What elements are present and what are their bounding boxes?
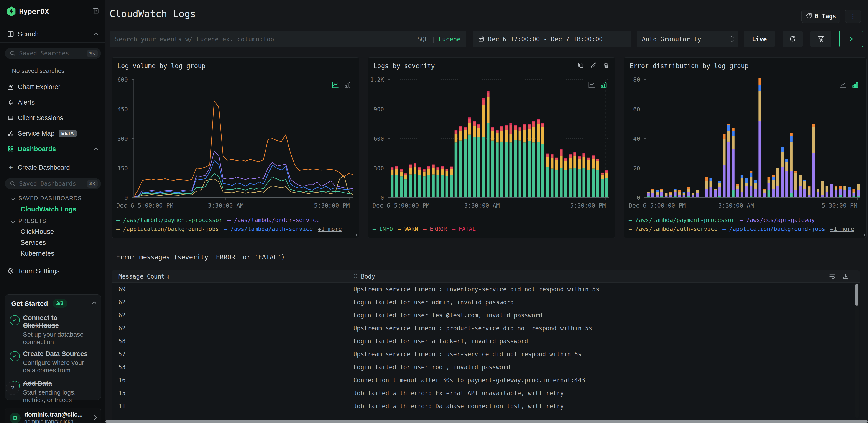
panel-menu-button[interactable]: ⋮ [845, 9, 861, 23]
delete-icon[interactable] [603, 62, 610, 68]
table-row[interactable]: 69Upstream service timeout: inventory-se… [112, 283, 854, 295]
sidebar-item-search[interactable]: Search [0, 29, 104, 39]
step-desc: Set up your database connection [23, 331, 91, 346]
tags-button[interactable]: 0 Tags [801, 9, 840, 23]
chart-mode-toggle[interactable] [588, 81, 607, 88]
y-axis-tick-label: 0 [124, 194, 128, 201]
legend-item[interactable]: —/application/background-jobs [116, 226, 219, 232]
presets-header[interactable]: PRESETS [11, 218, 46, 224]
legend-item[interactable]: —WARN [398, 226, 418, 232]
line-chart[interactable] [134, 80, 353, 198]
bar-mode-icon[interactable] [851, 81, 859, 88]
refresh-button[interactable] [783, 31, 803, 48]
column-body[interactable]: ⠿ Body [353, 273, 375, 280]
get-started-card: Get Started 3/3 ✓ Connect to ClickHouse … [5, 294, 101, 400]
run-query-button[interactable] [839, 31, 863, 48]
sidebar-item-dashboards[interactable]: Dashboards [0, 144, 104, 154]
resize-handle-icon[interactable] [862, 234, 865, 236]
saved-dashboard-cloudwatch-logs[interactable]: CloudWatch Logs [21, 205, 76, 213]
legend-more-link[interactable]: +1 more [318, 226, 342, 232]
date-range-picker[interactable]: Dec 6 17:00:00 - Dec 7 18:00:00 [473, 31, 631, 48]
legend-item[interactable]: —INFO [373, 226, 393, 232]
table-rows: 69Upstream service timeout: inventory-se… [112, 283, 854, 420]
table-scrollbar[interactable] [855, 284, 859, 418]
create-dashboard-button[interactable]: + Create Dashboard [0, 162, 104, 173]
get-started-step-add-data[interactable]: ✓ Add Data Start sending logs, metrics, … [10, 379, 97, 404]
legend-item[interactable]: —/aws/lambda/payment-processor [116, 217, 222, 223]
get-started-title: Get Started [11, 300, 48, 307]
filter-icon [817, 35, 825, 43]
get-started-step-connect[interactable]: ✓ Connect to ClickHouse Set up your data… [10, 314, 97, 346]
live-button[interactable]: Live [744, 31, 775, 48]
sidebar-item-alerts[interactable]: Alerts [0, 97, 104, 108]
user-profile-card[interactable]: D dominic.tran@clic... dominic.tran@clic… [5, 407, 101, 423]
scrollbar-thumb[interactable] [855, 284, 859, 306]
saved-searches-input[interactable]: Saved Searches ⌘K [5, 48, 101, 59]
chart-mode-toggle[interactable] [839, 81, 859, 88]
help-button[interactable]: ? [6, 382, 19, 395]
granularity-select[interactable]: Auto Granularity [637, 31, 738, 48]
stacked-bar-chart[interactable] [646, 80, 861, 198]
chart-mode-toggle[interactable] [332, 81, 351, 88]
chevron-up-icon[interactable] [95, 30, 98, 38]
y-axis-tick-label: 450 [118, 106, 128, 112]
sidebar-item-chart-explorer[interactable]: Chart Explorer [0, 82, 104, 92]
search-section-icon [7, 30, 14, 38]
table-row[interactable]: 58Login failed for user attacker1, inval… [112, 335, 854, 347]
table-row[interactable]: 62Upstream service timeout: product-serv… [112, 321, 854, 335]
search-icon [9, 180, 16, 187]
preset-services[interactable]: Services [21, 239, 46, 246]
bar-mode-icon[interactable] [599, 81, 607, 88]
preset-kubernetes[interactable]: Kubernetes [21, 250, 54, 257]
table-row[interactable]: 62Login failed for user test@test.com, i… [112, 309, 854, 321]
event-search-input[interactable]: Search your events w/ Lucene ex. column:… [110, 31, 466, 48]
wrap-text-icon[interactable] [829, 273, 835, 280]
legend-more-link[interactable]: +1 more [830, 226, 854, 232]
saved-dashboards-input[interactable]: Saved Dashboards ⌘K [5, 178, 101, 189]
line-mode-icon[interactable] [332, 81, 339, 88]
get-started-progress-badge: 3/3 [53, 299, 67, 308]
sidebar-item-service-map[interactable]: Service Map BETA [0, 128, 104, 139]
chevron-up-icon[interactable] [93, 302, 96, 306]
legend-item[interactable]: —/aws/ecs/api-gateway [740, 217, 815, 223]
horizontal-scrollbar-thumb[interactable] [105, 420, 868, 423]
stacked-bar-chart[interactable] [390, 80, 609, 198]
column-message-count[interactable]: Message Count ↓ [112, 273, 170, 280]
legend-item[interactable]: —FATAL [452, 226, 476, 232]
bar-mode-icon[interactable] [343, 81, 351, 88]
edit-icon[interactable] [590, 62, 597, 68]
download-icon[interactable] [842, 273, 849, 280]
date-range-value: Dec 6 17:00:00 - Dec 7 18:00:00 [488, 35, 603, 43]
filter-button[interactable] [810, 31, 831, 48]
resize-handle-icon[interactable] [354, 234, 357, 236]
table-row[interactable]: 16Connection timeout after 30s to paymen… [112, 373, 854, 387]
table-row[interactable]: 15Job failed with error: External API un… [112, 387, 854, 399]
table-row[interactable]: 11Job failed with error: Database connec… [112, 399, 854, 413]
line-mode-icon[interactable] [588, 81, 595, 88]
language-lucene-toggle[interactable]: Lucene [438, 35, 461, 43]
line-mode-icon[interactable] [839, 81, 847, 88]
saved-dashboards-header[interactable]: SAVED DASHBOARDS [11, 195, 82, 201]
table-row[interactable]: 53Login failed for user root, invalid pa… [112, 361, 854, 373]
legend-row: —/aws/lambda/payment-processor—/aws/lamb… [116, 217, 354, 223]
sidebar-item-team-settings[interactable]: Team Settings [0, 266, 104, 276]
y-axis-tick-label: 150 [118, 165, 128, 171]
language-sql-toggle[interactable]: SQL [417, 35, 428, 43]
duplicate-icon[interactable] [577, 62, 584, 68]
legend-item[interactable]: —/application/background-jobs [722, 226, 825, 232]
legend-item[interactable]: —/aws/lambda/auth-service [224, 226, 313, 232]
legend-item[interactable]: —ERROR [423, 226, 447, 232]
table-row[interactable]: 57Upstream service timeout: user-service… [112, 347, 854, 361]
table-row[interactable]: 62Login failed for user admin, invalid p… [112, 295, 854, 309]
legend-item[interactable]: —/aws/lambda/order-service [227, 217, 320, 223]
resize-handle-icon[interactable] [611, 234, 613, 236]
chevron-up-icon[interactable] [95, 145, 98, 153]
chart-legend: —/aws/lambda/payment-processor—/aws/ecs/… [629, 215, 862, 232]
legend-item[interactable]: —/aws/lambda/payment-processor [629, 217, 735, 223]
preset-clickhouse[interactable]: ClickHouse [21, 228, 54, 235]
get-started-step-sources[interactable]: ✓ Create Data Sources Configure where yo… [10, 350, 97, 374]
legend-item[interactable]: —/aws/lambda/auth-service [629, 226, 717, 232]
bell-icon [7, 98, 14, 106]
sidebar-item-client-sessions[interactable]: Client Sessions [0, 113, 104, 123]
sidebar-collapse-icon[interactable] [92, 7, 99, 15]
